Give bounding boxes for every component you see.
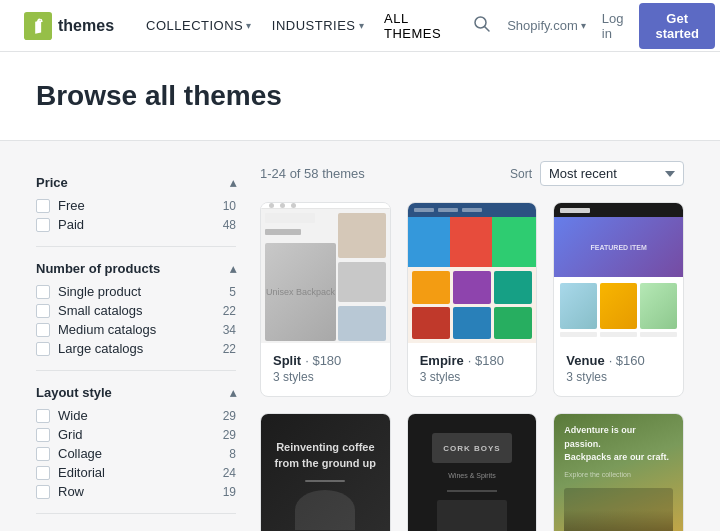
- content-header: 1-24 of 58 themes Sort Most recent Price…: [260, 161, 684, 186]
- sort-label: Sort: [510, 167, 532, 181]
- theme-thumbnail-split: Unisex Backpack: [261, 203, 390, 343]
- filter-item-row[interactable]: Row 19: [36, 484, 236, 499]
- filter-item-paid[interactable]: Paid 48: [36, 217, 236, 232]
- page-header: Browse all themes: [0, 52, 720, 141]
- checkbox-editorial[interactable]: [36, 466, 50, 480]
- checkbox-free[interactable]: [36, 199, 50, 213]
- filter-section-layout-style: Layout style ▴ Wide 29 Grid 29: [36, 371, 236, 514]
- main-layout: Price ▴ Free 10 Paid 48: [0, 141, 720, 531]
- nav-item-all-themes[interactable]: ALL THEMES: [376, 5, 449, 47]
- navbar: themes COLLECTIONS ▾ INDUSTRIES ▾ ALL TH…: [0, 0, 720, 52]
- theme-thumbnail-empire: [408, 203, 537, 343]
- theme-price-venue: · $160: [609, 353, 645, 368]
- theme-info-split: Split · $180 3 styles: [261, 343, 390, 396]
- logo-text: themes: [58, 17, 114, 35]
- chevron-up-icon: ▴: [230, 176, 236, 190]
- filter-item-small-catalogs[interactable]: Small catalogs 22: [36, 303, 236, 318]
- theme-card-coffee[interactable]: Reinventing coffeefrom the ground up A n…: [260, 413, 391, 531]
- theme-card-empire[interactable]: Empire · $180 3 styles: [407, 202, 538, 397]
- checkbox-grid[interactable]: [36, 428, 50, 442]
- search-icon[interactable]: [473, 15, 491, 37]
- chevron-up-icon: ▴: [230, 262, 236, 276]
- filter-item-large-catalogs[interactable]: Large catalogs 22: [36, 341, 236, 356]
- filter-section-product-page: Product page ▾: [36, 514, 236, 531]
- thumbnail-nav-empire: [408, 203, 537, 217]
- nav-item-collections[interactable]: COLLECTIONS ▾: [138, 12, 260, 39]
- theme-name-empire: Empire: [420, 353, 464, 368]
- theme-styles-split: 3 styles: [273, 370, 378, 384]
- chevron-down-icon: ▾: [246, 20, 252, 31]
- checkbox-medium-catalogs[interactable]: [36, 323, 50, 337]
- theme-info-empire: Empire · $180 3 styles: [408, 343, 537, 396]
- navbar-right: Shopify.com ▾ Log in Get started: [473, 3, 715, 49]
- theme-card-corkboys[interactable]: CORK BOYS Wines & Spirits Fine Wines & S…: [407, 413, 538, 531]
- filter-item-grid[interactable]: Grid 29: [36, 427, 236, 442]
- thumbnail-nav-venue: [554, 203, 683, 217]
- theme-card-venue[interactable]: FEATURED ITEM: [553, 202, 684, 397]
- filter-section-price: Price ▴ Free 10 Paid 48: [36, 161, 236, 247]
- checkbox-wide[interactable]: [36, 409, 50, 423]
- filter-header-number-of-products[interactable]: Number of products ▴: [36, 261, 236, 276]
- chevron-down-icon: ▾: [581, 20, 586, 31]
- theme-price-empire: · $180: [468, 353, 504, 368]
- theme-styles-empire: 3 styles: [420, 370, 525, 384]
- theme-thumbnail-corkboys: CORK BOYS Wines & Spirits: [408, 414, 537, 531]
- theme-thumbnail-venue: FEATURED ITEM: [554, 203, 683, 343]
- sidebar: Price ▴ Free 10 Paid 48: [36, 161, 236, 531]
- theme-card-adventure[interactable]: Adventure is our passion.Backpacks are o…: [553, 413, 684, 531]
- logo[interactable]: themes: [24, 12, 114, 40]
- theme-price-split: · $180: [305, 353, 341, 368]
- theme-name-venue: Venue: [566, 353, 604, 368]
- theme-thumbnail-adventure: Adventure is our passion.Backpacks are o…: [554, 414, 683, 531]
- navbar-navigation: COLLECTIONS ▾ INDUSTRIES ▾ ALL THEMES: [138, 5, 449, 47]
- shopify-com-link[interactable]: Shopify.com ▾: [507, 18, 586, 33]
- filter-item-medium-catalogs[interactable]: Medium catalogs 34: [36, 322, 236, 337]
- log-in-link[interactable]: Log in: [602, 11, 624, 41]
- filter-item-collage[interactable]: Collage 8: [36, 446, 236, 461]
- shopify-logo-icon: [24, 12, 52, 40]
- theme-card-split[interactable]: Unisex Backpack Split: [260, 202, 391, 397]
- filter-header-layout-style[interactable]: Layout style ▴: [36, 385, 236, 400]
- theme-styles-venue: 3 styles: [566, 370, 671, 384]
- filter-items-number-of-products: Single product 5 Small catalogs 22 Mediu…: [36, 284, 236, 356]
- filter-item-free[interactable]: Free 10: [36, 198, 236, 213]
- theme-name-split: Split: [273, 353, 301, 368]
- themes-grid: Unisex Backpack Split: [260, 202, 684, 531]
- filter-section-number-of-products: Number of products ▴ Single product 5 Sm…: [36, 247, 236, 371]
- filter-header-price[interactable]: Price ▴: [36, 175, 236, 190]
- filter-item-editorial[interactable]: Editorial 24: [36, 465, 236, 480]
- filter-items-layout-style: Wide 29 Grid 29 Collage 8: [36, 408, 236, 499]
- svg-line-2: [485, 26, 490, 31]
- nav-item-industries[interactable]: INDUSTRIES ▾: [264, 12, 372, 39]
- checkbox-paid[interactable]: [36, 218, 50, 232]
- checkbox-large-catalogs[interactable]: [36, 342, 50, 356]
- themes-count: 1-24 of 58 themes: [260, 166, 365, 181]
- get-started-button[interactable]: Get started: [639, 3, 714, 49]
- theme-info-venue: Venue · $160 3 styles: [554, 343, 683, 396]
- filter-item-single-product[interactable]: Single product 5: [36, 284, 236, 299]
- checkbox-small-catalogs[interactable]: [36, 304, 50, 318]
- chevron-down-icon: ▾: [359, 20, 365, 31]
- checkbox-row[interactable]: [36, 485, 50, 499]
- checkbox-collage[interactable]: [36, 447, 50, 461]
- page-title: Browse all themes: [36, 80, 684, 112]
- sort-select[interactable]: Most recent Price: Low to High Price: Hi…: [540, 161, 684, 186]
- sort-control: Sort Most recent Price: Low to High Pric…: [510, 161, 684, 186]
- checkbox-single-product[interactable]: [36, 285, 50, 299]
- chevron-up-icon: ▴: [230, 386, 236, 400]
- theme-thumbnail-coffee: Reinventing coffeefrom the ground up: [261, 414, 390, 531]
- content-area: 1-24 of 58 themes Sort Most recent Price…: [260, 161, 684, 531]
- filter-item-wide[interactable]: Wide 29: [36, 408, 236, 423]
- filter-items-price: Free 10 Paid 48: [36, 198, 236, 232]
